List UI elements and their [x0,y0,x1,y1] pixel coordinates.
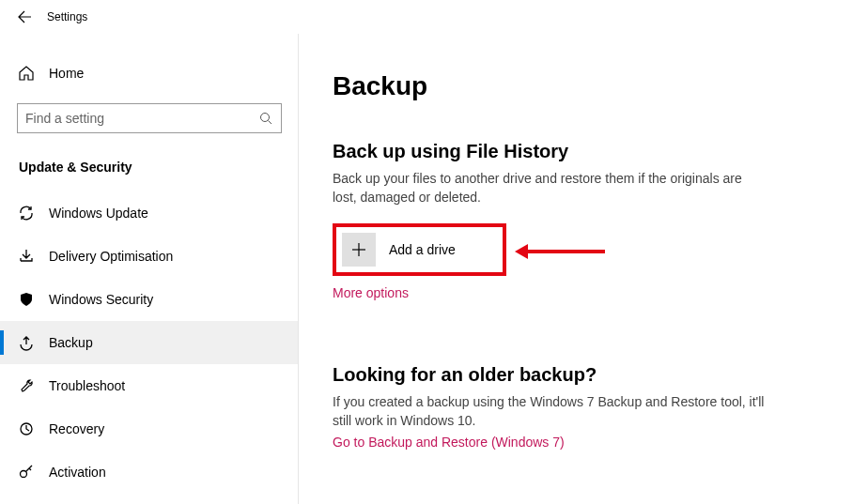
sidebar-item-windows-security[interactable]: Windows Security [0,278,298,321]
recovery-icon [17,420,36,437]
svg-point-3 [21,471,27,478]
key-icon [17,464,36,481]
wrench-icon [17,377,36,394]
more-options-link[interactable]: More options [333,285,409,300]
sidebar-item-label: Windows Update [49,206,148,221]
older-backup-title: Looking for an older backup? [333,364,834,386]
svg-line-1 [269,121,272,125]
svg-point-0 [261,114,270,122]
home-label: Home [49,66,84,81]
search-box[interactable] [17,103,282,133]
sidebar-nav: Windows Update Delivery Optimisation Win… [0,191,298,494]
sidebar-item-label: Activation [49,465,106,480]
sidebar: Home Update & Security Windows Update De… [0,34,299,504]
main-panel: Backup Back up using File History Back u… [299,34,868,504]
sidebar-item-label: Backup [49,335,93,350]
sync-icon [17,205,36,221]
add-drive-label: Add a drive [389,242,456,257]
sidebar-category-title: Update & Security [17,160,281,175]
plus-icon [342,233,376,267]
download-icon [17,248,36,265]
sidebar-home[interactable]: Home [17,54,281,92]
sidebar-item-label: Troubleshoot [49,378,125,393]
title-bar: Settings [0,0,868,34]
file-history-desc: Back up your files to another drive and … [333,170,765,206]
sidebar-item-recovery[interactable]: Recovery [0,407,298,451]
arrow-line [528,250,605,253]
arrow-head-icon [515,244,528,259]
sidebar-item-troubleshoot[interactable]: Troubleshoot [0,364,298,407]
sidebar-item-label: Delivery Optimisation [49,249,173,264]
file-history-title: Back up using File History [333,141,834,162]
annotation-highlight-box: Add a drive [333,223,506,276]
arrow-left-icon [17,9,32,24]
search-icon [258,111,273,126]
window-title: Settings [47,10,87,23]
backup-icon [17,334,36,351]
sidebar-item-label: Windows Security [49,292,153,307]
annotation-arrow [515,244,605,259]
add-drive-annotation-wrap: Add a drive [333,223,506,276]
sidebar-item-label: Recovery [49,421,104,436]
sidebar-item-backup[interactable]: Backup [0,321,298,364]
back-button[interactable] [9,2,39,32]
older-backup-desc: If you created a backup using the Window… [333,393,765,430]
sidebar-item-delivery-optimisation[interactable]: Delivery Optimisation [0,235,298,278]
home-icon [17,65,36,82]
add-drive-button[interactable]: Add a drive [342,233,456,267]
sidebar-item-activation[interactable]: Activation [0,451,298,494]
search-input[interactable] [25,111,258,126]
backup-restore-link[interactable]: Go to Backup and Restore (Windows 7) [333,435,565,450]
shield-icon [17,291,36,308]
page-title: Backup [333,71,834,101]
sidebar-item-windows-update[interactable]: Windows Update [0,191,298,235]
content-area: Home Update & Security Windows Update De… [0,34,868,504]
